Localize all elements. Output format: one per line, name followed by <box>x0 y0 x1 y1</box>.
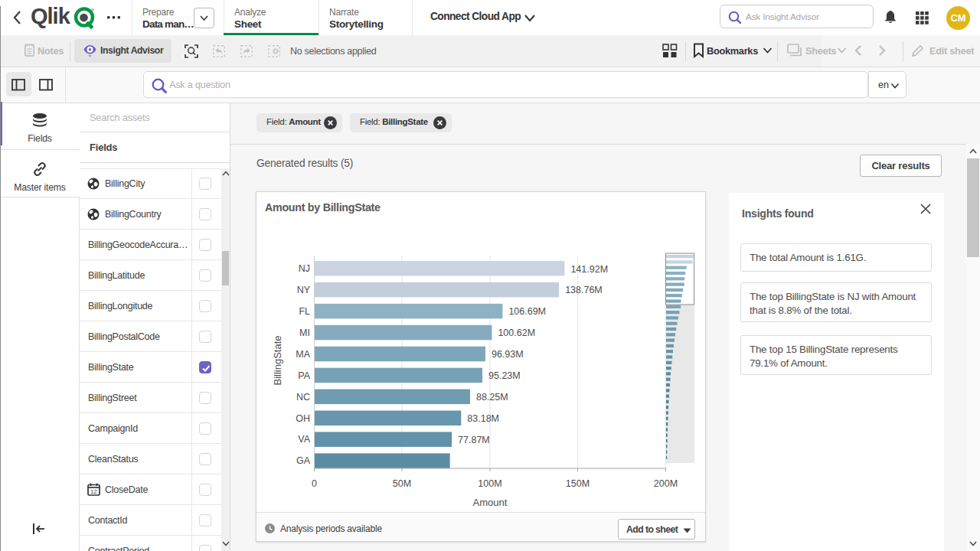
svg-text:NY: NY <box>297 285 311 295</box>
svg-text:138.76M: 138.76M <box>565 285 603 295</box>
svg-text:50M: 50M <box>393 478 411 489</box>
svg-text:96.93M: 96.93M <box>492 349 524 360</box>
svg-text:77.87M: 77.87M <box>458 435 490 445</box>
svg-text:GA: GA <box>296 455 311 466</box>
svg-text:PA: PA <box>298 370 310 381</box>
svg-text:106.69M: 106.69M <box>508 306 546 317</box>
svg-text:141.92M: 141.92M <box>570 264 608 275</box>
svg-text:Amount: Amount <box>473 497 508 508</box>
svg-text:200M: 200M <box>654 478 678 489</box>
svg-text:BillingState: BillingState <box>272 335 283 385</box>
svg-text:FL: FL <box>299 306 310 317</box>
svg-text:VA: VA <box>298 434 310 445</box>
svg-text:MI: MI <box>299 328 310 338</box>
svg-text:OH: OH <box>296 413 310 424</box>
svg-text:150M: 150M <box>566 478 590 489</box>
svg-text:NC: NC <box>296 392 310 403</box>
svg-text:NJ: NJ <box>299 263 310 274</box>
svg-text:100.62M: 100.62M <box>498 328 535 338</box>
svg-text:88.25M: 88.25M <box>476 392 508 403</box>
svg-text:100M: 100M <box>478 478 501 489</box>
svg-text:12: 12 <box>90 488 96 495</box>
svg-text:0: 0 <box>312 478 317 489</box>
svg-text:95.23M: 95.23M <box>488 370 521 381</box>
svg-text:MA: MA <box>296 349 310 360</box>
svg-text:83.18M: 83.18M <box>467 413 499 424</box>
